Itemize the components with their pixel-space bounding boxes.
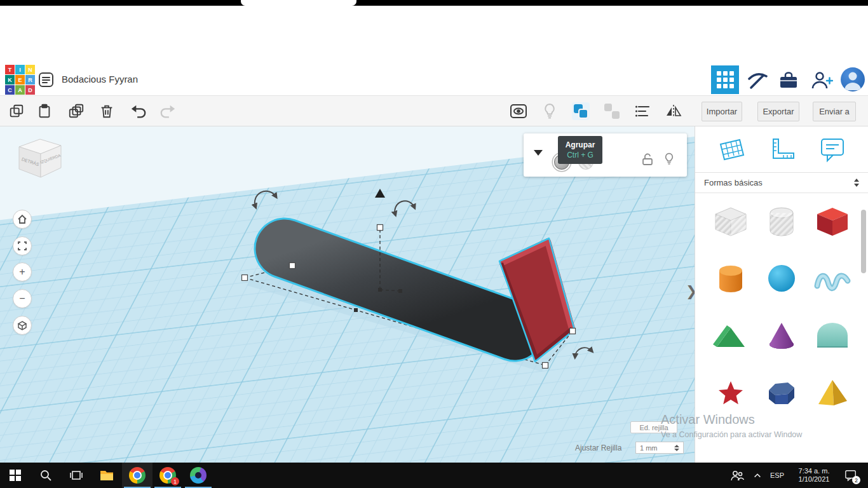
scale-handle[interactable] xyxy=(570,329,576,334)
language-indicator[interactable]: ESP xyxy=(766,463,788,488)
search-icon[interactable] xyxy=(31,463,61,488)
import-button[interactable]: Importar xyxy=(702,102,742,121)
shape-cone[interactable] xyxy=(759,316,804,355)
group-tooltip: Agrupar Ctrl + G xyxy=(558,136,602,164)
dashboard-grid-button[interactable] xyxy=(711,65,739,94)
app-icon[interactable] xyxy=(183,463,214,488)
logo-letter: C xyxy=(5,85,15,95)
clock-time: 7:34 a. m. xyxy=(799,467,830,475)
shape-category-dropdown[interactable]: Formas básicas xyxy=(695,172,868,193)
shape-polygon[interactable] xyxy=(759,374,804,412)
logo-letter: N xyxy=(25,65,35,74)
logo-letter: A xyxy=(15,85,25,95)
snap-grid-label: Ajustar Rejilla xyxy=(575,444,621,452)
paste-icon[interactable] xyxy=(36,102,53,120)
shape-cylinder[interactable] xyxy=(708,259,754,297)
design-menu-icon[interactable] xyxy=(38,72,54,88)
lunchbox-icon[interactable] xyxy=(776,69,801,91)
shape-star[interactable] xyxy=(708,374,754,412)
workplane-tool-icon[interactable] xyxy=(717,135,746,166)
people-icon[interactable] xyxy=(727,463,747,488)
zoom-in-button[interactable]: + xyxy=(13,262,32,281)
visibility-bulb-icon[interactable] xyxy=(662,152,676,168)
tooltip-shortcut: Ctrl + G xyxy=(567,151,593,159)
action-center-icon[interactable]: 2 xyxy=(840,463,862,488)
notes-tool-icon[interactable] xyxy=(818,135,846,166)
browser-top-strip xyxy=(0,0,868,6)
send-to-button[interactable]: Enviar a xyxy=(813,102,856,121)
chrome-profile-icon[interactable]: 1 xyxy=(153,463,183,488)
shape-scribble[interactable] xyxy=(810,259,855,297)
tinkercad-logo[interactable]: T I N K E R C A D xyxy=(5,65,35,95)
panel-scrollbar[interactable] xyxy=(861,210,866,273)
tinkercad-app: T I N K E R C A D Bodacious Fyyran xyxy=(0,0,868,488)
logo-letter: E xyxy=(15,75,25,85)
shape-sphere[interactable] xyxy=(759,259,804,297)
undo-icon[interactable] xyxy=(130,102,147,120)
shape-inspector xyxy=(524,133,687,177)
export-button[interactable]: Exportar xyxy=(757,102,799,121)
redo-icon[interactable] xyxy=(159,102,177,120)
annotation-eye-icon[interactable] xyxy=(510,102,527,120)
panel-collapse-chevron[interactable]: ❯ xyxy=(686,283,695,300)
zoom-out-button[interactable]: − xyxy=(13,289,32,308)
ungroup-icon[interactable] xyxy=(603,102,621,120)
minecraft-pickaxe-icon[interactable] xyxy=(745,69,769,91)
taskbar-clock[interactable]: 7:34 a. m. 1/10/2021 xyxy=(789,463,839,488)
collapse-inspector-icon[interactable] xyxy=(534,150,543,156)
group-icon[interactable] xyxy=(572,102,590,120)
copy-icon[interactable] xyxy=(8,102,25,120)
action-center-badge: 2 xyxy=(852,476,860,484)
edit-grid-button[interactable]: Ed. rejilla xyxy=(630,421,677,433)
file-explorer-icon[interactable] xyxy=(92,463,122,488)
home-view-button[interactable] xyxy=(13,210,32,229)
user-avatar[interactable] xyxy=(841,67,865,92)
delete-icon[interactable] xyxy=(98,102,116,120)
shape-transparent-box[interactable] xyxy=(708,202,754,240)
ruler-tool-icon[interactable] xyxy=(768,135,796,166)
chrome-icon[interactable] xyxy=(122,463,153,488)
lightbulb-icon[interactable] xyxy=(541,102,559,120)
midpoint-handle[interactable] xyxy=(398,289,402,293)
logo-letter: I xyxy=(15,65,25,74)
snap-grid-select[interactable]: 1 mm xyxy=(635,442,684,454)
snap-spinner-icon[interactable] xyxy=(674,445,679,451)
workspace: DETRÁS IZQUIERDA + − xyxy=(0,126,868,463)
shape-round-roof[interactable] xyxy=(810,316,855,355)
show-hidden-icons-chevron[interactable] xyxy=(750,463,765,488)
scale-handle[interactable] xyxy=(543,363,548,369)
view-cube[interactable]: DETRÁS IZQUIERDA xyxy=(11,134,69,184)
edit-toolbar: Importar Exportar Enviar a xyxy=(0,96,868,126)
logo-letter: K xyxy=(5,75,15,85)
lock-icon[interactable] xyxy=(641,152,654,169)
scale-handle[interactable] xyxy=(290,263,295,269)
category-spinner-icon[interactable] xyxy=(854,179,859,187)
scale-handle[interactable] xyxy=(242,275,248,281)
duplicate-icon[interactable] xyxy=(67,102,85,120)
tooltip-label: Agrupar xyxy=(566,140,595,149)
shape-box[interactable] xyxy=(810,202,855,240)
shape-roof[interactable] xyxy=(708,316,754,355)
logo-letter: T xyxy=(5,65,15,74)
midpoint-handle[interactable] xyxy=(354,308,358,312)
browser-tab[interactable] xyxy=(241,0,356,6)
grid-icon xyxy=(717,71,734,88)
task-view-icon[interactable] xyxy=(61,463,92,488)
shapes-panel: Formas básicas xyxy=(695,126,868,463)
fit-view-button[interactable] xyxy=(13,236,32,255)
shape-pyramid[interactable] xyxy=(810,374,855,412)
add-user-icon[interactable] xyxy=(810,69,834,91)
clock-date: 1/10/2021 xyxy=(799,475,830,484)
design-title[interactable]: Bodacious Fyyran xyxy=(62,74,138,85)
canvas-3d[interactable]: DETRÁS IZQUIERDA + − xyxy=(0,126,695,463)
shape-category-label: Formas básicas xyxy=(704,178,763,187)
perspective-toggle-button[interactable] xyxy=(13,316,32,335)
midpoint-handle[interactable] xyxy=(378,288,382,292)
shape-transparent-cylinder[interactable] xyxy=(759,202,804,240)
chrome-notification-badge: 1 xyxy=(171,477,179,485)
scene-svg[interactable] xyxy=(0,126,695,463)
scale-handle[interactable] xyxy=(377,225,383,231)
align-icon[interactable] xyxy=(634,102,652,120)
mirror-icon[interactable] xyxy=(665,102,682,120)
start-button[interactable] xyxy=(0,463,31,488)
